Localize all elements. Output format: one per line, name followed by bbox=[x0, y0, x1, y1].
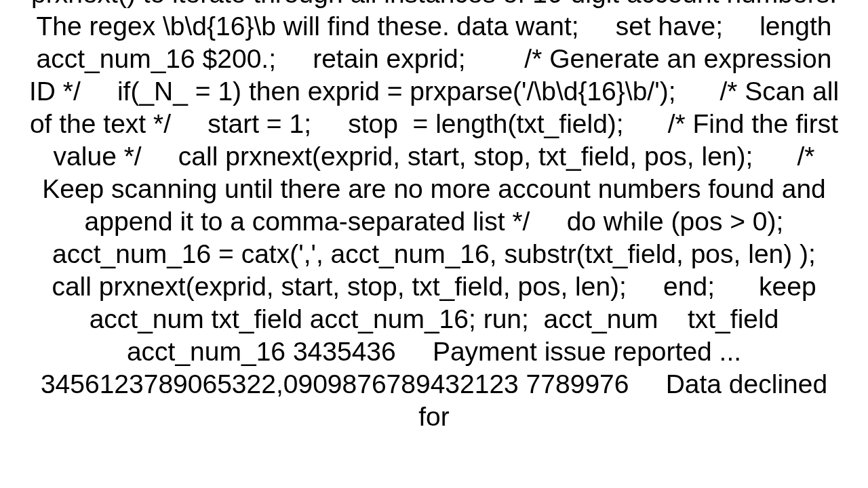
document-body-text: prxnext() to iterate through all instanc… bbox=[0, 0, 868, 433]
